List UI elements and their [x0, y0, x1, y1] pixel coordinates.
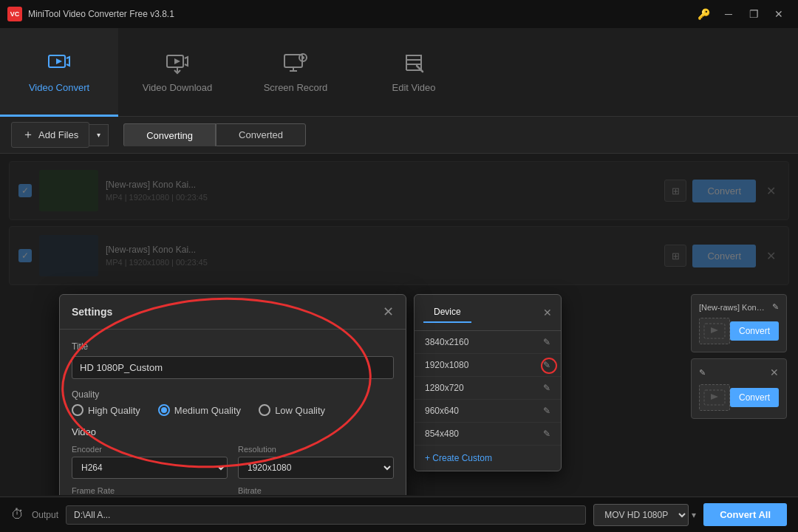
quality-medium-text: Medium Quality	[174, 405, 241, 416]
quality-medium-radio[interactable]	[158, 404, 170, 416]
file-checkbox-1[interactable]: ✓	[18, 184, 32, 197]
tab-converted[interactable]: Converted	[216, 123, 306, 146]
res-item-1080[interactable]: 1920x1080 ✎	[415, 354, 561, 377]
encoder-label: Encoder	[72, 445, 228, 454]
file-actions-2: ⊞ Convert ✕	[664, 245, 780, 267]
res-label-720: 1280x720	[425, 383, 464, 393]
resolution-panel: Device ✕ 3840x2160 ✎ 1920x1080 ✎ 1280x72…	[414, 294, 562, 471]
svg-marker-3	[174, 58, 180, 64]
framerate-col: Frame Rate 30 24 60	[72, 486, 228, 495]
convert-panel-1: [New-raws] Kono Kai... ✎ Convert	[691, 294, 787, 352]
convert-btn-1[interactable]: Convert	[692, 180, 756, 202]
video-section: Video Encoder H264 H265 Resolution 1920x…	[72, 426, 394, 495]
nav-video-download[interactable]: Video Download	[118, 28, 236, 117]
navbar: Video Convert Video Download Screen Reco…	[0, 28, 798, 117]
panel-2-thumb	[699, 384, 730, 411]
quality-low-radio[interactable]	[259, 404, 270, 416]
res-item-4k[interactable]: 3840x2160 ✎	[415, 331, 561, 354]
res-tab-device[interactable]: Device	[423, 302, 471, 323]
titlebar: VC MiniTool Video Converter Free v3.8.1 …	[0, 0, 798, 28]
title-group: Title	[72, 341, 394, 379]
convert-btn-2[interactable]: Convert	[692, 245, 756, 267]
panel-1-filename: [New-raws] Kono Kai...	[699, 303, 765, 312]
res-edit-640[interactable]: ✎	[543, 406, 550, 416]
file-row-2: ✓ [New-raws] Kono Kai... MP4 | 1920x1080…	[9, 226, 789, 285]
res-edit-4k[interactable]: ✎	[543, 337, 550, 347]
edit-settings-btn-2[interactable]: ⊞	[664, 245, 686, 267]
res-label-4k: 3840x2160	[425, 337, 468, 347]
toolbar: ＋ Add Files ▾ Converting Converted	[0, 117, 798, 154]
convert-all-button[interactable]: Convert All	[703, 503, 787, 526]
key-icon-btn[interactable]: 🔑	[692, 4, 715, 24]
file-checkbox-2[interactable]: ✓	[18, 249, 32, 262]
resolution-select[interactable]: 1920x1080 1280x720	[238, 457, 394, 479]
close-row-btn-2[interactable]: ✕	[762, 247, 780, 265]
convert-panel-2-btn[interactable]: Convert	[730, 388, 779, 407]
right-panel: [New-raws] Kono Kai... ✎ Convert ✎ ✕	[691, 294, 787, 419]
nav-screen-record[interactable]: Screen Record	[236, 28, 355, 117]
panel-1-top: [New-raws] Kono Kai... ✎	[699, 302, 779, 312]
convert-panel-2: ✎ ✕ Convert	[691, 358, 787, 419]
panel-1-edit-btn[interactable]: ✎	[772, 302, 779, 312]
res-label-1080: 1920x1080	[425, 360, 468, 370]
close-btn[interactable]: ✕	[767, 4, 791, 24]
quality-medium-label[interactable]: Medium Quality	[158, 404, 241, 416]
quality-high-radio[interactable]	[72, 404, 83, 416]
create-custom-btn[interactable]: + Create Custom	[415, 446, 561, 471]
modal-close-btn[interactable]: ✕	[383, 304, 394, 320]
quality-low-text: Low Quality	[275, 405, 325, 416]
add-files-dropdown[interactable]: ▾	[89, 124, 109, 146]
resolution-col: Resolution 1920x1080 1280x720	[238, 445, 394, 479]
quality-low-label[interactable]: Low Quality	[259, 404, 325, 416]
res-edit-1080[interactable]: ✎	[543, 360, 550, 370]
restore-btn[interactable]: ❐	[742, 4, 765, 24]
file-name-2: [New-raws] Kono Kai...	[106, 245, 657, 255]
video-download-icon	[164, 50, 191, 76]
quality-options: High Quality Medium Quality Low Quality	[72, 404, 394, 416]
convert-panel-1-btn[interactable]: Convert	[730, 321, 779, 341]
framerate-label: Frame Rate	[72, 486, 228, 495]
res-item-480[interactable]: 854x480 ✎	[415, 423, 561, 446]
svg-marker-1	[56, 58, 62, 64]
svg-marker-8	[711, 327, 718, 333]
minimize-btn[interactable]: ─	[717, 4, 740, 24]
res-item-720[interactable]: 1280x720 ✎	[415, 377, 561, 400]
nav-video-convert[interactable]: Video Convert	[0, 28, 118, 117]
panel-1-actions: Convert	[699, 318, 779, 344]
panel-2-close-btn[interactable]: ✕	[770, 366, 779, 378]
app-icon: VC	[7, 7, 22, 21]
add-icon: ＋	[22, 127, 34, 143]
res-panel-header: Device ✕	[415, 295, 561, 331]
edit-settings-btn-1[interactable]: ⊞	[664, 180, 686, 202]
res-edit-480[interactable]: ✎	[543, 429, 550, 439]
title-input[interactable]	[72, 356, 394, 379]
tab-group: Converting Converted	[123, 123, 306, 146]
res-item-640[interactable]: 960x640 ✎	[415, 400, 561, 423]
close-row-btn-1[interactable]: ✕	[762, 182, 780, 200]
modal-body: Title Quality High Quality Medium Qualit…	[60, 330, 406, 495]
res-panel-close-btn[interactable]: ✕	[543, 307, 552, 318]
file-info-2: [New-raws] Kono Kai... MP4 | 1920x1080 |…	[106, 245, 657, 267]
nav-edit-video-label: Edit Video	[392, 82, 435, 93]
output-path-input[interactable]	[66, 505, 586, 525]
nav-edit-video[interactable]: Edit Video	[355, 28, 473, 117]
chevron-down-icon: ▾	[97, 131, 100, 139]
bottombar: ⏱ Output MOV HD 1080P MP4 HD 1080P ▾ Con…	[0, 497, 798, 532]
panel-2-edit-btn[interactable]: ✎	[699, 368, 706, 378]
file-row-1: ✓ [New-raws] Kono Kai... MP4 | 1920x1080…	[9, 161, 789, 220]
framerate-bitrate-row: Frame Rate 30 24 60 Bitrate 4000 2000 80…	[72, 486, 394, 495]
file-thumbnail-2	[39, 235, 98, 276]
format-selector[interactable]: MOV HD 1080P MP4 HD 1080P	[593, 504, 689, 526]
res-tab-format[interactable]	[471, 302, 492, 323]
tab-converting[interactable]: Converting	[123, 123, 216, 146]
edit-video-icon	[400, 50, 427, 76]
app-title: MiniTool Video Converter Free v3.8.1	[28, 9, 692, 19]
quality-high-label[interactable]: High Quality	[72, 404, 140, 416]
file-thumbnail-1	[39, 170, 98, 211]
add-files-button[interactable]: ＋ Add Files	[11, 122, 89, 148]
nav-video-convert-label: Video Convert	[29, 82, 89, 93]
encoder-select[interactable]: H264 H265	[72, 457, 228, 479]
res-edit-720[interactable]: ✎	[543, 383, 550, 393]
panel-2-actions: Convert	[699, 384, 779, 411]
thumb-placeholder-2-icon	[703, 389, 726, 406]
